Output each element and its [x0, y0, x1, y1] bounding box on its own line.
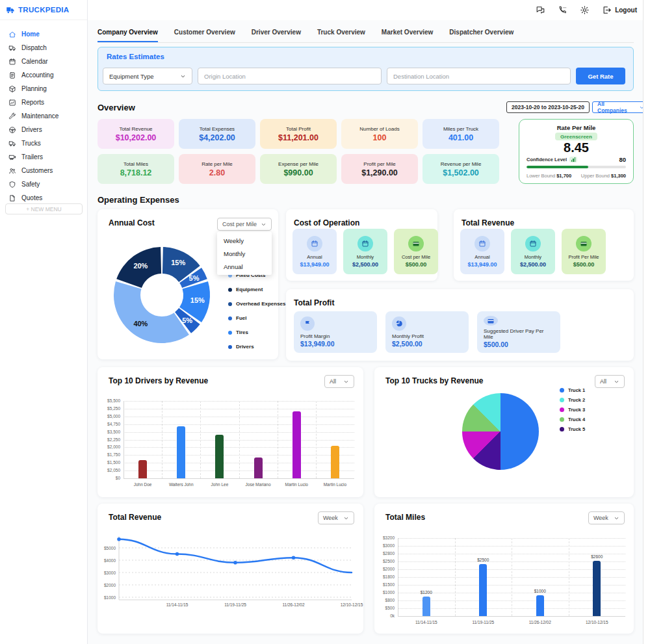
bar-martin-lucio	[331, 446, 339, 478]
legend-item-truck-5: Truck 5	[560, 426, 585, 432]
tile-label: Cost per Mile	[402, 254, 430, 260]
sidebar-item-calendar[interactable]: Calendar	[0, 55, 87, 68]
chevron-down-icon	[261, 222, 266, 227]
op-tile-monthly: Monthly$2,500.00	[511, 229, 555, 274]
stat-label: Revenue per Mile	[441, 161, 482, 167]
quotes-icon	[8, 194, 16, 202]
rpm-title: Rate Per Mile	[557, 124, 596, 131]
stat-label: Total Miles	[124, 161, 148, 167]
sidebar-item-safety[interactable]: Safety	[0, 177, 87, 191]
logout-label: Logout	[615, 6, 637, 14]
legend-item-truck-1: Truck 1	[560, 387, 585, 393]
equipment-type-value: Equipment Type	[109, 73, 153, 80]
tile-value: $13,949.00	[467, 261, 497, 268]
legend-item-overhead-expenses: Overhead Expenses	[228, 301, 285, 307]
sidebar-item-dispatch[interactable]: Dispatch	[0, 41, 87, 55]
stat-value: $1,502.00	[443, 168, 479, 177]
sidebar-item-accounting[interactable]: Accounting	[0, 68, 87, 82]
scrollbar[interactable]	[643, 0, 650, 644]
sidebar-item-label: Home	[21, 31, 40, 38]
logo-text: TRUCKPEDIA	[18, 6, 69, 14]
sidebar-item-trucks[interactable]: Trucks	[0, 136, 87, 150]
pie-icon	[392, 316, 406, 331]
card-icon	[484, 316, 498, 326]
svg-text:$5000: $5000	[104, 546, 116, 550]
sidebar-item-customers[interactable]: Customers	[0, 164, 87, 177]
sidebar-item-label: Customers	[21, 167, 53, 174]
logo[interactable]: TRUCKPEDIA	[0, 0, 87, 20]
origin-location-input[interactable]	[204, 73, 375, 80]
svg-text:11/19-11/25: 11/19-11/25	[224, 602, 246, 607]
total-profit-title: Total Profit	[294, 298, 334, 307]
tab-truck-overview[interactable]: Truck Overview	[317, 29, 365, 42]
trucks-icon	[8, 140, 16, 148]
top-drivers-panel: Top 10 Drivers by Revenue All $0$2,050$1…	[98, 367, 363, 497]
tile-label: Suggested Driver Pay Per Mile	[484, 328, 554, 340]
stat-label: Expense per Mile	[278, 161, 318, 167]
call-split-icon[interactable]	[558, 5, 567, 15]
dropdown-option-weekly[interactable]: Weekly	[217, 234, 272, 247]
tab-driver-overview[interactable]: Driver Overview	[252, 29, 301, 42]
sidebar-item-label: Accounting	[21, 71, 53, 79]
stat-card-number-of-loads: Number of Loads100	[341, 119, 418, 149]
tab-customer-overview[interactable]: Customer Overview	[174, 29, 235, 42]
maintenance-icon	[8, 112, 16, 120]
stat-label: Profit per Mile	[363, 161, 395, 167]
legend-item-truck-3: Truck 3	[560, 407, 585, 413]
svg-text:12/10-12/15: 12/10-12/15	[341, 602, 363, 607]
tab-dispatcher-overview[interactable]: Dispatcher Overview	[449, 29, 514, 42]
dropdown-option-annual[interactable]: Annual	[217, 260, 272, 273]
overview-section-title: Overview	[98, 103, 135, 112]
bar-john-lee	[215, 435, 224, 478]
company-filter-select[interactable]: All Companies	[592, 101, 650, 113]
get-rate-button[interactable]: Get Rate	[576, 68, 625, 84]
tile-label: Monthly Profit	[392, 333, 462, 339]
sidebar-item-drivers[interactable]: Drivers	[0, 123, 87, 136]
svg-text:$3000: $3000	[104, 571, 116, 575]
operating-expenses-title: Operating Expenses	[98, 195, 179, 205]
tile-label: Annual	[307, 254, 322, 260]
chat-icon[interactable]	[536, 5, 545, 15]
total-profit-panel: Total Profit Profit Margin$13,949.00Mont…	[286, 289, 634, 361]
dropdown-option-monthly[interactable]: Monthly	[217, 247, 272, 260]
sidebar-item-home[interactable]: Home	[0, 27, 87, 41]
calendar-icon	[525, 236, 541, 251]
cost-of-operation-panel: Cost of Operation Annual$13,949.00Monthl…	[286, 209, 437, 281]
tile-label: Monthly	[525, 254, 541, 260]
logout-button[interactable]: Logout	[602, 5, 637, 15]
flag-icon	[300, 316, 315, 331]
tab-company-overview[interactable]: Company Overview	[98, 29, 158, 42]
new-menu-button[interactable]: + NEW MENU	[5, 203, 83, 214]
sidebar-item-label: Reports	[21, 99, 44, 106]
rates-estimates-panel: Rates Estimates Equipment Type Get Rate	[98, 47, 634, 91]
sidebar-item-label: Quotes	[21, 194, 42, 201]
stat-value: $10,202.00	[116, 133, 157, 142]
trucks-filter-select[interactable]: All	[595, 375, 625, 388]
sidebar-item-quotes[interactable]: Quotes	[0, 191, 87, 205]
stat-card-total-profit: Total Profit$11,201.00	[260, 119, 337, 149]
sidebar-item-label: Planning	[21, 85, 47, 92]
sidebar-item-maintenance[interactable]: Maintenance	[0, 109, 87, 123]
destination-location-input[interactable]	[393, 73, 564, 80]
sidebar-item-reports[interactable]: Reports	[0, 96, 87, 109]
settings-gear-icon[interactable]	[580, 5, 590, 15]
tile-value: $2,500.00	[520, 261, 546, 268]
sidebar-item-planning[interactable]: Planning	[0, 82, 87, 96]
top-drivers-bar-chart: $0$2,050$1,500$1,750$2,000$2,250$3,500$4…	[98, 367, 363, 497]
rate-per-mile-card: Rate Per Mile Greenscreen 8.45 Confidenc…	[519, 119, 634, 184]
trailers-icon	[8, 153, 16, 161]
stat-card-expense-per-mile: Expense per Mile$990.00	[260, 154, 337, 184]
top-trucks-pie-chart	[462, 393, 539, 470]
tab-market-overview[interactable]: Market Overview	[382, 29, 434, 42]
legend-item-truck-2: Truck 2	[560, 397, 585, 403]
date-range-picker[interactable]: 2023-10-20 to 2023-10-25-20	[506, 101, 590, 113]
confidence-progressbar	[526, 166, 626, 168]
total-miles-bar-chart: 0k$500$800$1000$1500$1800$2000$2500$2800…	[374, 504, 634, 634]
rpm-badge: Greenscreen	[555, 133, 597, 140]
equipment-type-select[interactable]: Equipment Type	[103, 68, 192, 84]
mini-bars-icon	[569, 157, 577, 162]
sidebar-item-trailers[interactable]: Trailers	[0, 150, 87, 164]
op-tile-profit-per-mile: Profit Per Mile$500.00	[562, 229, 606, 274]
reports-icon	[8, 99, 16, 107]
stat-card-total-expenses: Total Expenses$4,202.00	[179, 119, 255, 149]
